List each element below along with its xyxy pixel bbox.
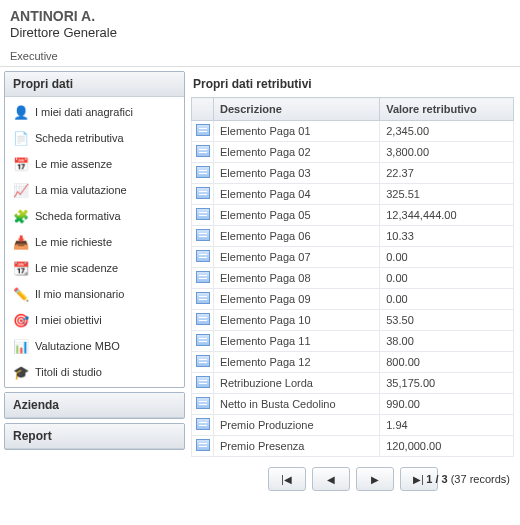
cell-valore: 0.00 bbox=[380, 268, 514, 289]
grid-row-icon bbox=[196, 418, 210, 430]
table-row: Elemento Paga 0610.33 bbox=[192, 226, 514, 247]
row-detail-button[interactable] bbox=[192, 289, 214, 310]
pager-next-button[interactable]: ▶ bbox=[356, 467, 394, 491]
panel-header-azienda[interactable]: Azienda bbox=[5, 393, 184, 418]
panel-header-report[interactable]: Report bbox=[5, 424, 184, 449]
grid-row-icon bbox=[196, 271, 210, 283]
grid-row-icon bbox=[196, 376, 210, 388]
sidebar-item-label: Titoli di studio bbox=[35, 366, 102, 378]
sidebar-item-label: Le mie scadenze bbox=[35, 262, 118, 274]
cell-descrizione: Elemento Paga 07 bbox=[214, 247, 380, 268]
col-icon bbox=[192, 98, 214, 121]
pager-first-button[interactable]: |◀ bbox=[268, 467, 306, 491]
pager-prev-button[interactable]: ◀ bbox=[312, 467, 350, 491]
row-detail-button[interactable] bbox=[192, 205, 214, 226]
cell-valore: 2,345.00 bbox=[380, 121, 514, 142]
pager-current: 1 bbox=[426, 473, 432, 485]
sidebar-item-mbo[interactable]: 📊Valutazione MBO bbox=[5, 333, 184, 359]
row-detail-button[interactable] bbox=[192, 310, 214, 331]
sidebar-item-label: Le mie richieste bbox=[35, 236, 112, 248]
pager: |◀ ◀ ▶ ▶| 1 / 3 (37 records) bbox=[191, 467, 514, 491]
header: ANTINORI A. Direttore Generale bbox=[0, 0, 520, 46]
grid-row-icon bbox=[196, 166, 210, 178]
cell-descrizione: Premio Presenza bbox=[214, 436, 380, 457]
cell-descrizione: Netto in Busta Cedolino bbox=[214, 394, 380, 415]
cell-descrizione: Elemento Paga 11 bbox=[214, 331, 380, 352]
cell-valore: 325.51 bbox=[380, 184, 514, 205]
sidebar-item-scheda-retributiva-icon: 📄 bbox=[13, 130, 29, 146]
sidebar-item-anagrafici-icon: 👤 bbox=[13, 104, 29, 120]
content-title: Propri dati retributivi bbox=[193, 77, 514, 91]
sidebar-item-mansionario[interactable]: ✏️Il mio mansionario bbox=[5, 281, 184, 307]
sidebar-item-anagrafici[interactable]: 👤I miei dati anagrafici bbox=[5, 99, 184, 125]
cell-descrizione: Elemento Paga 10 bbox=[214, 310, 380, 331]
col-valore[interactable]: Valore retributivo bbox=[380, 98, 514, 121]
row-detail-button[interactable] bbox=[192, 394, 214, 415]
table-row: Elemento Paga 090.00 bbox=[192, 289, 514, 310]
cell-valore: 120,000.00 bbox=[380, 436, 514, 457]
row-detail-button[interactable] bbox=[192, 268, 214, 289]
pager-total: 3 bbox=[442, 473, 448, 485]
col-descrizione[interactable]: Descrizione bbox=[214, 98, 380, 121]
cell-descrizione: Elemento Paga 05 bbox=[214, 205, 380, 226]
sidebar-item-assenze[interactable]: 📅Le mie assenze bbox=[5, 151, 184, 177]
last-icon: ▶| bbox=[413, 474, 424, 485]
row-detail-button[interactable] bbox=[192, 352, 214, 373]
grid-row-icon bbox=[196, 439, 210, 451]
table-row: Retribuzione Lorda35,175.00 bbox=[192, 373, 514, 394]
row-detail-button[interactable] bbox=[192, 226, 214, 247]
content: Propri dati retributivi Descrizione Valo… bbox=[185, 67, 520, 501]
row-detail-button[interactable] bbox=[192, 331, 214, 352]
cell-valore: 0.00 bbox=[380, 247, 514, 268]
row-detail-button[interactable] bbox=[192, 184, 214, 205]
row-detail-button[interactable] bbox=[192, 373, 214, 394]
cell-descrizione: Elemento Paga 08 bbox=[214, 268, 380, 289]
cell-valore: 0.00 bbox=[380, 289, 514, 310]
sidebar-item-valutazione[interactable]: 📈La mia valutazione bbox=[5, 177, 184, 203]
sidebar-item-scadenze-icon: 📆 bbox=[13, 260, 29, 276]
row-detail-button[interactable] bbox=[192, 436, 214, 457]
cell-valore: 53.50 bbox=[380, 310, 514, 331]
sidebar-item-scadenze[interactable]: 📆Le mie scadenze bbox=[5, 255, 184, 281]
next-icon: ▶ bbox=[371, 474, 379, 485]
sidebar-item-obiettivi[interactable]: 🎯I miei obiettivi bbox=[5, 307, 184, 333]
sidebar-item-richieste[interactable]: 📥Le mie richieste bbox=[5, 229, 184, 255]
cell-valore: 10.33 bbox=[380, 226, 514, 247]
row-detail-button[interactable] bbox=[192, 121, 214, 142]
grid-row-icon bbox=[196, 124, 210, 136]
row-detail-button[interactable] bbox=[192, 415, 214, 436]
panel-header-propri-dati[interactable]: Propri dati bbox=[5, 72, 184, 97]
table-row: Elemento Paga 023,800.00 bbox=[192, 142, 514, 163]
sidebar: Propri dati👤I miei dati anagrafici📄Sched… bbox=[0, 67, 185, 501]
cell-valore: 12,344,444.00 bbox=[380, 205, 514, 226]
sidebar-item-scheda-retributiva[interactable]: 📄Scheda retributiva bbox=[5, 125, 184, 151]
row-detail-button[interactable] bbox=[192, 142, 214, 163]
table-row: Elemento Paga 070.00 bbox=[192, 247, 514, 268]
cell-descrizione: Elemento Paga 12 bbox=[214, 352, 380, 373]
grid-row-icon bbox=[196, 313, 210, 325]
table-row: Elemento Paga 1053.50 bbox=[192, 310, 514, 331]
sidebar-item-label: I miei obiettivi bbox=[35, 314, 102, 326]
cell-valore: 990.00 bbox=[380, 394, 514, 415]
table-row: Elemento Paga 1138.00 bbox=[192, 331, 514, 352]
grid-row-icon bbox=[196, 187, 210, 199]
prev-icon: ◀ bbox=[327, 474, 335, 485]
table-row: Elemento Paga 04325.51 bbox=[192, 184, 514, 205]
grid-row-icon bbox=[196, 355, 210, 367]
user-role: Direttore Generale bbox=[10, 25, 510, 40]
pager-info: 1 / 3 (37 records) bbox=[426, 473, 510, 485]
row-detail-button[interactable] bbox=[192, 163, 214, 184]
sidebar-item-formativa[interactable]: 🧩Scheda formativa bbox=[5, 203, 184, 229]
grid-row-icon bbox=[196, 292, 210, 304]
sidebar-item-mansionario-icon: ✏️ bbox=[13, 286, 29, 302]
sidebar-item-mbo-icon: 📊 bbox=[13, 338, 29, 354]
sidebar-item-titoli[interactable]: 🎓Titoli di studio bbox=[5, 359, 184, 385]
sidebar-item-titoli-icon: 🎓 bbox=[13, 364, 29, 380]
tab-executive[interactable]: Executive bbox=[10, 50, 58, 62]
cell-descrizione: Elemento Paga 04 bbox=[214, 184, 380, 205]
grid-row-icon bbox=[196, 229, 210, 241]
row-detail-button[interactable] bbox=[192, 247, 214, 268]
sidebar-item-label: Le mie assenze bbox=[35, 158, 112, 170]
sidebar-item-assenze-icon: 📅 bbox=[13, 156, 29, 172]
cell-descrizione: Retribuzione Lorda bbox=[214, 373, 380, 394]
